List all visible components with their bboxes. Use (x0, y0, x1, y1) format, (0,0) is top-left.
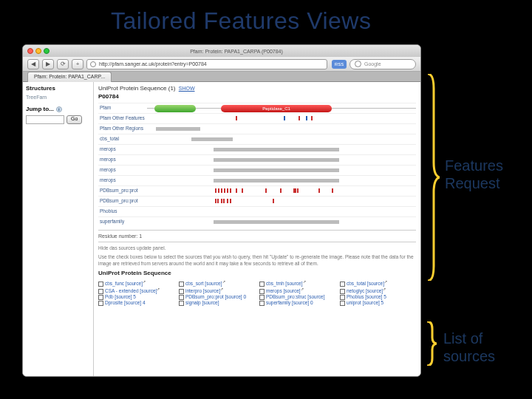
track-row: Pfam Peptidase_C1 (98, 103, 416, 113)
source-checkbox[interactable]: netoglyc [source]↗ (340, 287, 416, 294)
track-label: cbs_total (98, 137, 147, 142)
minimize-icon[interactable] (35, 48, 41, 54)
window-titlebar: Pfam: Protein: PAPA1_CARPA (P00784) (23, 45, 420, 57)
track-row: Phobius (98, 206, 416, 216)
source-checkbox[interactable]: merops [source]↗ (259, 287, 335, 294)
track-canvas[interactable] (147, 114, 416, 123)
protein-id: P00784 (98, 93, 416, 100)
sidebar-item-treefam[interactable]: TreeFam (26, 95, 90, 100)
reload-button[interactable]: ⟳ (57, 59, 69, 69)
help-text: Use the check boxes below to select the … (98, 254, 416, 267)
search-input[interactable]: Google (349, 59, 416, 69)
annotation-features-request: Features Request (445, 157, 503, 192)
hide-panel-link[interactable]: Hide das sources update panel. (98, 245, 416, 251)
domain-red[interactable]: Peptidase_C1 (221, 105, 332, 112)
browser-tab[interactable]: Pfam: Protein: PAPA1_CARP... (27, 72, 112, 82)
track-row: Pfam Other Features (98, 113, 416, 123)
source-checkbox[interactable]: Phobius [source] 5 (340, 294, 416, 300)
track-label: Pfam Other Regions (98, 126, 147, 132)
source-checkbox[interactable]: PDBsum_pro:struc [source] (259, 294, 335, 300)
track-label: PDBsum_pro:prot (98, 199, 147, 204)
source-checkbox[interactable]: PDBsum_pro:prot [source] 0 (179, 294, 255, 300)
track-label: Pfam Other Features (98, 116, 147, 121)
show-link[interactable]: SHOW (179, 86, 195, 91)
track-row: merops (98, 165, 416, 175)
rss-badge[interactable]: RSS (332, 60, 347, 69)
track-row: cbs_total (98, 134, 416, 144)
track-row: PDBsum_pro:prot (98, 185, 416, 196)
source-checkbox[interactable]: cbs_tmh [source]↗ (259, 279, 335, 287)
source-checkbox[interactable]: interpro [source]↗ (179, 287, 255, 294)
source-checkbox[interactable]: cbs_sort [source]↗ (179, 279, 255, 287)
slide-title: Tailored Features Views (111, 7, 371, 35)
track-row: PDBsum_pro:prot (98, 196, 416, 206)
track-label: PDBsum_pro:prot (98, 188, 147, 194)
track-row: merops (98, 175, 416, 185)
source-checkbox[interactable]: signalp [source] (179, 300, 255, 306)
back-button[interactable]: ◀ (27, 59, 39, 69)
track-canvas[interactable]: Peptidase_C1 (147, 103, 416, 113)
feature-tracks: Pfam Peptidase_C1 Pfam Other Features (98, 103, 416, 227)
track-header: UniProt Protein Sequence (1) SHOW (98, 85, 416, 92)
page-content: Structures TreeFam Jump to... i Go UniPr… (23, 82, 420, 376)
source-checkbox[interactable]: CSA - extended [source]↗ (98, 287, 174, 294)
browser-toolbar: ◀ ▶ ⟳ + http://pfam.sanger.ac.uk/protein… (23, 57, 420, 72)
source-checkbox[interactable]: cbs_func [source]↗ (98, 279, 174, 287)
sources-header: UniProt Protein Sequence (98, 270, 416, 276)
sources-panel: cbs_func [source]↗ cbs_sort [source]↗ cb… (98, 279, 416, 305)
source-checkbox[interactable]: Dprosite [source] 4 (98, 300, 174, 306)
browser-window: Pfam: Protein: PAPA1_CARPA (P00784) ◀ ▶ … (22, 44, 421, 377)
main-panel: UniProt Protein Sequence (1) SHOW P00784… (94, 82, 420, 376)
add-button[interactable]: + (72, 59, 83, 69)
url-text: http://pfam.sanger.ac.uk/protein?entry=P… (99, 61, 207, 66)
sidebar: Structures TreeFam Jump to... i Go (23, 82, 94, 376)
help-icon[interactable]: i (56, 106, 62, 112)
brace-small-icon (425, 321, 437, 366)
track-row: merops (98, 154, 416, 165)
tab-strip: Pfam: Protein: PAPA1_CARP... (23, 72, 420, 82)
go-button[interactable]: Go (66, 115, 82, 124)
source-checkbox[interactable]: cbs_total [source]↗ (340, 279, 416, 287)
track-row: merops (98, 144, 416, 154)
track-label: merops (98, 157, 147, 163)
domain-green[interactable] (154, 105, 196, 112)
window-controls (27, 48, 50, 54)
sidebar-heading: Structures (26, 85, 90, 92)
jump-input[interactable] (26, 115, 64, 124)
search-placeholder: Google (364, 61, 381, 66)
brace-large-icon (425, 74, 440, 281)
track-label: merops (98, 168, 147, 173)
source-checkbox[interactable]: superfamily [source] 0 (259, 300, 335, 306)
url-input[interactable]: http://pfam.sanger.ac.uk/protein?entry=P… (86, 59, 327, 69)
close-icon[interactable] (27, 48, 33, 54)
annotation-list-sources: List of sources (443, 330, 495, 365)
residue-label: Residue number: 1 (98, 233, 416, 239)
track-label: merops (98, 178, 147, 183)
track-label: merops (98, 147, 147, 152)
globe-icon (90, 61, 96, 67)
source-checkbox[interactable]: uniprot [source] 5 (340, 300, 416, 306)
track-row: Pfam Other Regions (98, 123, 416, 134)
track-row: superfamily (98, 216, 416, 227)
source-checkbox[interactable]: Pdb [source] 5 (98, 294, 174, 300)
track-label: Phobius (98, 209, 147, 214)
window-title: Pfam: Protein: PAPA1_CARPA (P00784) (57, 49, 416, 54)
forward-button[interactable]: ▶ (42, 59, 54, 69)
jump-label: Jump to... i (26, 106, 90, 112)
track-label: superfamily (98, 219, 147, 225)
zoom-icon[interactable] (44, 48, 50, 54)
track-label: Pfam (98, 106, 147, 111)
